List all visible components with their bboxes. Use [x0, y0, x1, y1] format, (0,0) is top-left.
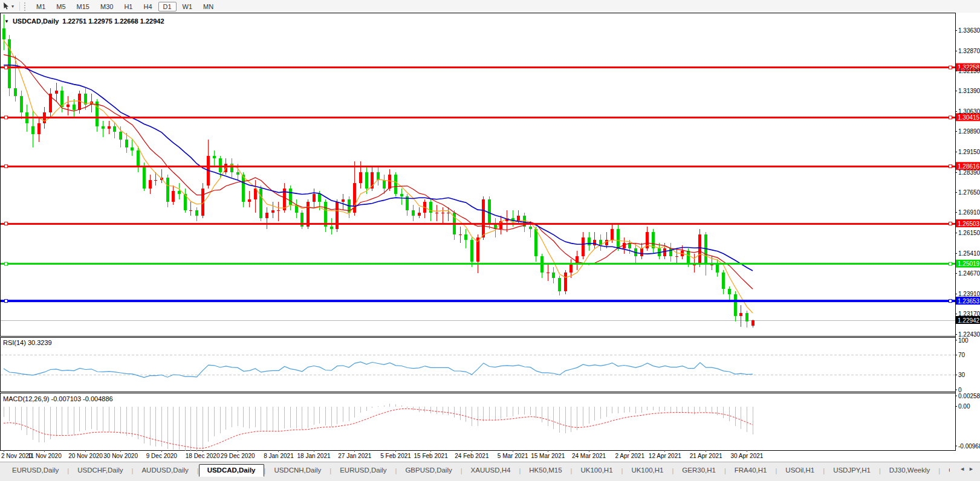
chart-tab-uk100-h1[interactable]: UK100,H1	[623, 464, 672, 477]
svg-text:5 Mar 2021: 5 Mar 2021	[498, 453, 528, 459]
timeframe-button-m1[interactable]: M1	[31, 2, 50, 11]
svg-text:15 Mar 2021: 15 Mar 2021	[531, 453, 565, 459]
hline-1.25019[interactable]: 1.25019	[1, 260, 980, 268]
svg-text:1.24670: 1.24670	[958, 270, 980, 277]
macd-pane: 0.002580.00-0.00968	[4, 393, 980, 453]
svg-text:1.30630: 1.30630	[958, 108, 980, 115]
svg-text:-0.00968: -0.00968	[958, 443, 980, 450]
chart-tab-audusd-daily[interactable]: AUDUSD,Daily	[133, 464, 196, 477]
svg-text:30 Apr 2021: 30 Apr 2021	[730, 453, 763, 459]
svg-text:1.33630: 1.33630	[958, 27, 980, 34]
svg-text:1.28390: 1.28390	[958, 169, 980, 176]
chart-tab-dj30-weekly[interactable]: DJ30,Weekly	[881, 464, 939, 477]
chart-tabs: EURUSD,Daily|USDCHF,Daily|AUDUSD,Daily|U…	[4, 463, 950, 477]
svg-text:0.00258: 0.00258	[958, 393, 980, 399]
svg-text:21 Apr 2021: 21 Apr 2021	[690, 453, 722, 459]
timeframe-button-m5[interactable]: M5	[51, 2, 70, 11]
chart-tab-ger30-h1[interactable]: GER30,H1	[673, 464, 724, 477]
svg-text:0.00: 0.00	[958, 403, 970, 410]
price-axis: 1.336301.328701.321301.313901.306301.298…	[955, 27, 980, 338]
chart-window: 1.322581.304151.286161.265031.250191.236…	[0, 13, 980, 461]
svg-text:1.26503: 1.26503	[958, 221, 980, 227]
scroll-left-icon[interactable]: ◄	[959, 466, 969, 472]
svg-text:29 Dec 2020: 29 Dec 2020	[221, 453, 255, 459]
tab-scroll-arrows[interactable]: ◄►	[959, 466, 978, 472]
svg-text:24 Mar 2021: 24 Mar 2021	[572, 453, 606, 459]
crosshair-tool-button[interactable]: ▾	[0, 1, 16, 12]
svg-text:1.23910: 1.23910	[958, 291, 980, 297]
chart-tab-hk50-m15[interactable]: HK50,M15	[521, 464, 570, 477]
chart-tab-usdcad-daily[interactable]: USDCAD,Daily	[199, 464, 264, 477]
scroll-right-icon[interactable]: ►	[969, 466, 978, 472]
rsi-indicator-label: RSI(14) 30.3239	[3, 339, 52, 346]
svg-text:30 Nov 2020: 30 Nov 2020	[103, 453, 138, 459]
timeframe-button-h4[interactable]: H4	[138, 2, 157, 11]
chart-tab-usdjpy-h1[interactable]: USDJPY,H1	[825, 464, 879, 477]
svg-text:1.23653: 1.23653	[958, 298, 980, 305]
timeframe-button-w1[interactable]: W1	[178, 2, 198, 11]
collapse-triangle-icon[interactable]: ▼	[4, 19, 9, 24]
candlestick-series	[2, 15, 754, 328]
chart-title: ▼ USDCAD,Daily 1.22751 1.22975 1.22668 1…	[4, 18, 164, 25]
pane-frames	[1, 13, 956, 450]
chart-tab-bar: EURUSD,Daily|USDCHF,Daily|AUDUSD,Daily|U…	[0, 462, 980, 481]
timeframe-button-mn[interactable]: MN	[198, 2, 218, 11]
chart-ohlc-values: 1.22751 1.22975 1.22668 1.22942	[62, 18, 164, 25]
chart-tab-china300-h1[interactable]: CHINA300,H1	[940, 464, 950, 477]
current-price-label: 1.22942	[956, 316, 980, 324]
svg-text:18 Jan 2021: 18 Jan 2021	[297, 453, 331, 459]
chart-tab-usdcnh-daily[interactable]: USDCNH,Daily	[265, 464, 329, 477]
date-axis: 2 Nov 202011 Nov 202020 Nov 202030 Nov 2…	[1, 450, 764, 459]
toolbar: ▾ M1M5M15M30H1H4D1W1MN	[0, 0, 980, 13]
svg-text:27 Jan 2021: 27 Jan 2021	[338, 453, 371, 459]
svg-text:20 Nov 2020: 20 Nov 2020	[68, 453, 103, 459]
svg-text:2 Apr 2021: 2 Apr 2021	[615, 453, 645, 459]
hline-1.23653[interactable]: 1.23653	[1, 297, 980, 305]
price-chart-canvas[interactable]: 1.322581.304151.286161.265031.250191.236…	[0, 13, 980, 461]
svg-text:1.32870: 1.32870	[958, 48, 980, 54]
svg-text:30: 30	[958, 372, 965, 378]
svg-text:70: 70	[958, 352, 965, 358]
chart-tab-eurusd-daily[interactable]: EURUSD,Daily	[331, 464, 395, 477]
chevron-down-icon[interactable]: ▾	[11, 4, 14, 9]
svg-text:18 Dec 2020: 18 Dec 2020	[186, 453, 220, 459]
svg-text:24 Feb 2021: 24 Feb 2021	[455, 453, 489, 459]
svg-text:1.29150: 1.29150	[958, 149, 980, 155]
toolbar-separator	[19, 2, 20, 11]
svg-text:1.25410: 1.25410	[958, 250, 980, 257]
svg-text:1.27650: 1.27650	[958, 189, 980, 196]
svg-text:9 Dec 2020: 9 Dec 2020	[146, 453, 178, 459]
svg-text:1.26150: 1.26150	[958, 230, 980, 236]
svg-text:1.32130: 1.32130	[958, 68, 980, 74]
macd-signal-line	[4, 408, 753, 448]
hline-1.30415[interactable]: 1.30415	[1, 113, 980, 121]
timeframe-button-m30[interactable]: M30	[96, 2, 118, 11]
svg-text:1.25019: 1.25019	[958, 260, 980, 267]
svg-text:1.31390: 1.31390	[958, 88, 980, 94]
chart-tab-xauusd-h4[interactable]: XAUUSD,H4	[462, 464, 519, 477]
rsi-pane: 10070300	[1, 337, 969, 393]
timeframe-button-h1[interactable]: H1	[119, 2, 137, 11]
chart-symbol-period: USDCAD,Daily	[13, 18, 59, 25]
timeframe-button-m15[interactable]: M15	[72, 2, 94, 11]
chart-tab-gbpusd-daily[interactable]: GBPUSD,Daily	[397, 464, 460, 477]
svg-text:100: 100	[958, 337, 969, 344]
svg-text:1.22942: 1.22942	[958, 317, 980, 324]
chart-tab-usdchf-daily[interactable]: USDCHF,Daily	[69, 464, 131, 477]
macd-indicator-label: MACD(12,26,9) -0.007103 -0.004886	[3, 395, 113, 402]
chart-tab-fra40-h1[interactable]: FRA40,H1	[726, 464, 776, 477]
svg-text:8 Jan 2021: 8 Jan 2021	[264, 453, 294, 459]
svg-text:1.26910: 1.26910	[958, 209, 980, 216]
cursor-icon	[2, 1, 10, 12]
svg-text:1.29890: 1.29890	[958, 128, 980, 135]
chart-tab-uk100-h1[interactable]: UK100,H1	[572, 464, 621, 477]
toolbar-grip-handle[interactable]	[24, 2, 27, 11]
svg-text:15 Feb 2021: 15 Feb 2021	[414, 453, 449, 459]
svg-text:5 Feb 2021: 5 Feb 2021	[380, 453, 411, 459]
timeframe-button-d1[interactable]: D1	[158, 2, 177, 11]
chart-tab-usoil-h1[interactable]: USOil,H1	[777, 464, 823, 477]
svg-text:12 Apr 2021: 12 Apr 2021	[649, 453, 681, 459]
svg-text:11 Nov 2020: 11 Nov 2020	[28, 453, 62, 459]
hline-1.32258[interactable]: 1.32258	[1, 63, 980, 71]
chart-tab-eurusd-daily[interactable]: EURUSD,Daily	[4, 464, 67, 477]
